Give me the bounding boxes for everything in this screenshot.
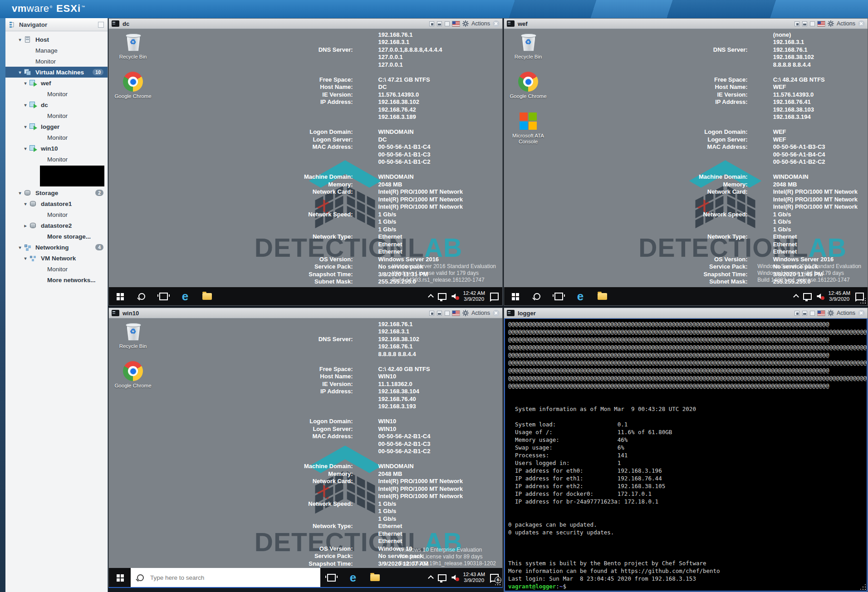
close-icon[interactable]: [858, 310, 865, 317]
vm-desktop[interactable]: Recycle Bin Google Chrome DETECTIONLAB: [109, 29, 502, 287]
desktop-icon[interactable]: Microsoft ATA Console: [509, 111, 548, 145]
pane-icon[interactable]: [437, 21, 442, 26]
tray-chevron-icon[interactable]: [428, 575, 434, 581]
resize-grip[interactable]: [860, 298, 866, 304]
pane-icon[interactable]: [429, 311, 434, 316]
keyboard-layout-flag-icon[interactable]: [452, 21, 460, 26]
taskbar-search-box[interactable]: [131, 568, 320, 587]
resize-grip[interactable]: [495, 580, 501, 586]
sidebar-item[interactable]: ▾ wef: [5, 78, 108, 88]
sidebar-item[interactable]: More networks...: [5, 274, 108, 285]
pane-icon[interactable]: [429, 21, 434, 26]
edge-browser-button[interactable]: [342, 568, 364, 587]
close-icon[interactable]: [493, 20, 500, 27]
caret-icon[interactable]: ▾: [22, 81, 29, 86]
window-titlebar[interactable]: wef Actions: [504, 19, 868, 29]
pane-icon[interactable]: [810, 21, 815, 26]
pane-icon[interactable]: [810, 311, 815, 316]
taskbar-clock[interactable]: 12:42 AM3/9/2020: [463, 290, 485, 303]
caret-icon[interactable]: ▾: [16, 191, 24, 196]
file-explorer-button[interactable]: [196, 287, 218, 305]
sidebar-item[interactable]: More storage...: [5, 231, 108, 242]
sidebar-item[interactable]: ▾ Virtual Machines 10: [5, 67, 108, 78]
sidebar-item[interactable]: Monitor: [5, 264, 108, 274]
close-icon[interactable]: [493, 310, 500, 317]
desktop-icon[interactable]: Google Chrome: [113, 361, 152, 389]
sidebar-item[interactable]: Monitor: [5, 88, 108, 99]
sidebar-item[interactable]: ▾ datastore1: [5, 198, 108, 209]
action-center-icon[interactable]: [490, 293, 499, 300]
start-button[interactable]: [109, 568, 131, 587]
file-explorer-button[interactable]: [591, 287, 613, 305]
caret-icon[interactable]: ▾: [16, 37, 24, 42]
actions-button[interactable]: Actions: [471, 20, 490, 27]
pane-icon[interactable]: [437, 311, 442, 316]
keyboard-layout-flag-icon[interactable]: [452, 311, 460, 316]
window-titlebar[interactable]: logger Actions: [504, 308, 868, 318]
gear-icon[interactable]: [828, 310, 834, 316]
window-titlebar[interactable]: dc Actions: [109, 19, 502, 29]
search-input[interactable]: [149, 574, 287, 582]
caret-icon[interactable]: ▾: [16, 70, 24, 75]
pane-icon[interactable]: [445, 21, 450, 26]
linux-terminal[interactable]: @@@@@@@@@@@@@@@@@@@@@@@@@@@@@@@@@@@@@@@@…: [504, 318, 868, 592]
speaker-muted-icon[interactable]: [451, 294, 458, 299]
speaker-muted-icon[interactable]: [451, 575, 458, 580]
window-titlebar[interactable]: win10 Actions: [109, 308, 502, 318]
gear-icon[interactable]: [462, 20, 469, 27]
sidebar-item[interactable]: ▾ logger: [5, 121, 108, 132]
pane-icon[interactable]: [794, 311, 799, 316]
resize-grip[interactable]: [860, 584, 866, 590]
actions-button[interactable]: Actions: [837, 310, 855, 316]
sidebar-item[interactable]: ▸ datastore2: [5, 220, 108, 231]
desktop-icon[interactable]: Recycle Bin: [113, 322, 152, 349]
taskbar-clock[interactable]: 12:43 AM3/9/2020: [463, 572, 485, 584]
tray-chevron-icon[interactable]: [794, 294, 799, 300]
panel-popout-icon[interactable]: [98, 22, 104, 28]
caret-icon[interactable]: ▾: [22, 256, 29, 261]
close-icon[interactable]: [858, 20, 865, 27]
sidebar-item[interactable]: ▾ Host: [5, 34, 108, 45]
task-view-button[interactable]: [548, 287, 569, 305]
start-button[interactable]: [109, 287, 131, 305]
sidebar-item[interactable]: Manage: [5, 45, 108, 56]
file-explorer-button[interactable]: [364, 568, 386, 587]
caret-icon[interactable]: ▾: [22, 103, 29, 108]
speaker-muted-icon[interactable]: [817, 294, 823, 299]
keyboard-layout-flag-icon[interactable]: [818, 311, 825, 316]
sidebar-item[interactable]: ▾ Networking 4: [5, 242, 108, 253]
network-icon[interactable]: [438, 574, 446, 581]
task-view-button[interactable]: [152, 287, 174, 305]
desktop-icon[interactable]: Google Chrome: [509, 72, 548, 99]
sidebar-item[interactable]: [5, 165, 108, 187]
sidebar-item[interactable]: Monitor: [5, 132, 108, 143]
gear-icon[interactable]: [462, 310, 469, 316]
sidebar-item[interactable]: Monitor: [5, 209, 108, 220]
sidebar-item[interactable]: Monitor: [5, 56, 108, 67]
sidebar-item[interactable]: ▾ win10: [5, 143, 108, 154]
caret-icon[interactable]: ▸: [22, 223, 29, 228]
taskbar-clock[interactable]: 12:45 AM3/9/2020: [828, 290, 850, 303]
pane-icon[interactable]: [445, 311, 450, 316]
desktop-icon[interactable]: Google Chrome: [113, 72, 152, 99]
keyboard-layout-flag-icon[interactable]: [818, 21, 825, 26]
caret-icon[interactable]: ▾: [16, 245, 24, 250]
search-button[interactable]: [526, 287, 548, 305]
pane-icon[interactable]: [794, 21, 799, 26]
start-button[interactable]: [504, 287, 526, 305]
vm-desktop[interactable]: Recycle Bin Google Chrome Microsoft ATA …: [504, 29, 868, 287]
actions-button[interactable]: Actions: [837, 20, 855, 27]
tray-chevron-icon[interactable]: [428, 294, 434, 300]
caret-icon[interactable]: ▾: [22, 146, 29, 151]
actions-button[interactable]: Actions: [471, 310, 490, 316]
internet-explorer-button[interactable]: [174, 287, 196, 305]
pane-icon[interactable]: [802, 21, 807, 26]
sidebar-item[interactable]: ▾ dc: [5, 99, 108, 110]
desktop-icon[interactable]: Recycle Bin: [509, 32, 548, 60]
pane-icon[interactable]: [802, 311, 807, 316]
sidebar-item[interactable]: Monitor: [5, 154, 108, 165]
gear-icon[interactable]: [828, 20, 834, 27]
caret-icon[interactable]: ▾: [22, 124, 29, 129]
network-icon[interactable]: [803, 293, 812, 300]
sidebar-item[interactable]: Monitor: [5, 110, 108, 121]
